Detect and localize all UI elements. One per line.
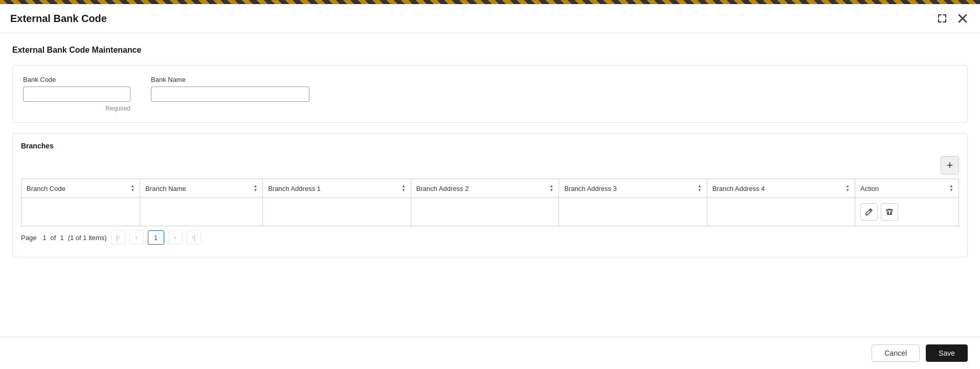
page-label: Page bbox=[21, 234, 36, 242]
bank-name-label: Bank Name bbox=[151, 76, 309, 83]
form-row: Bank Code Required Bank Name bbox=[23, 76, 957, 112]
add-branch-button[interactable]: + bbox=[941, 156, 959, 175]
expand-button[interactable] bbox=[935, 11, 949, 26]
sort-branch-address4-icon[interactable]: ▲▼ bbox=[845, 184, 850, 192]
col-branch-address4-label: Branch Address 4 bbox=[712, 185, 765, 192]
col-branch-address1-label: Branch Address 1 bbox=[268, 185, 321, 192]
next-page-button[interactable]: › bbox=[168, 230, 183, 245]
col-branch-address1: Branch Address 1 ▲▼ bbox=[263, 179, 411, 198]
close-button[interactable] bbox=[955, 11, 970, 26]
col-branch-name-label: Branch Name bbox=[145, 185, 186, 192]
first-page-button[interactable]: |‹ bbox=[111, 230, 125, 245]
last-page-button[interactable]: ›| bbox=[187, 230, 201, 245]
first-page-icon: |‹ bbox=[116, 234, 120, 241]
page-number-box: 1 bbox=[148, 230, 164, 245]
close-icon bbox=[958, 14, 967, 23]
prev-page-button[interactable]: ‹ bbox=[129, 230, 144, 245]
table-toolbar: + bbox=[21, 156, 959, 175]
title-bar: External Bank Code bbox=[0, 4, 980, 33]
cell-branch-code bbox=[21, 198, 140, 226]
branches-label: Branches bbox=[21, 142, 959, 150]
delete-icon bbox=[885, 208, 894, 216]
sort-branch-code-icon[interactable]: ▲▼ bbox=[130, 184, 135, 192]
sort-action-icon[interactable]: ▲▼ bbox=[949, 184, 953, 192]
col-branch-address3: Branch Address 3 ▲▼ bbox=[559, 179, 707, 198]
bank-code-label: Bank Code bbox=[23, 76, 130, 83]
col-branch-code: Branch Code ▲▼ bbox=[21, 179, 140, 198]
col-branch-name: Branch Name ▲▼ bbox=[140, 179, 263, 198]
action-buttons bbox=[860, 203, 953, 221]
bank-name-field: Bank Name bbox=[151, 76, 309, 102]
cell-branch-address2 bbox=[411, 198, 559, 226]
sort-branch-address1-icon[interactable]: ▲▼ bbox=[402, 184, 406, 192]
current-page: 1 bbox=[42, 234, 46, 242]
table-row bbox=[21, 198, 959, 226]
sort-branch-address3-icon[interactable]: ▲▼ bbox=[698, 184, 702, 192]
col-branch-address4: Branch Address 4 ▲▼ bbox=[707, 179, 855, 198]
table-header-row: Branch Code ▲▼ Branch Name ▲▼ bbox=[21, 179, 959, 198]
sort-branch-name-icon[interactable]: ▲▼ bbox=[253, 184, 257, 192]
cancel-button[interactable]: Cancel bbox=[872, 344, 920, 362]
modal-footer: Cancel Save bbox=[0, 337, 980, 369]
form-section: Bank Code Required Bank Name bbox=[12, 65, 968, 123]
cell-branch-name bbox=[140, 198, 263, 226]
col-action-label: Action bbox=[860, 185, 879, 192]
pagination: Page 1 of 1 (1 of 1 items) |‹ ‹ 1 › › bbox=[21, 226, 959, 249]
col-branch-code-label: Branch Code bbox=[27, 185, 65, 192]
items-info: (1 of 1 items) bbox=[68, 234, 107, 242]
col-branch-address2-label: Branch Address 2 bbox=[416, 185, 469, 192]
branches-section: Branches + Branch Code ▲▼ bbox=[12, 133, 968, 257]
total-pages: 1 bbox=[60, 234, 63, 242]
next-page-icon: › bbox=[174, 234, 176, 241]
modal-title: External Bank Code bbox=[10, 13, 107, 25]
page-number-display: 1 bbox=[154, 234, 158, 242]
bank-code-field: Bank Code Required bbox=[23, 76, 130, 112]
page-title: External Bank Code Maintenance bbox=[12, 46, 968, 55]
bank-code-input[interactable] bbox=[23, 86, 130, 102]
col-action: Action ▲▼ bbox=[855, 179, 959, 198]
cell-branch-address1 bbox=[263, 198, 411, 226]
bank-code-required: Required bbox=[23, 105, 130, 112]
col-branch-address2: Branch Address 2 ▲▼ bbox=[411, 179, 559, 198]
last-page-icon: ›| bbox=[192, 234, 195, 241]
cell-action bbox=[855, 198, 959, 226]
prev-page-icon: ‹ bbox=[136, 234, 138, 241]
save-button[interactable]: Save bbox=[926, 344, 968, 362]
cell-branch-address4 bbox=[707, 198, 855, 226]
col-branch-address3-label: Branch Address 3 bbox=[564, 185, 617, 192]
title-bar-actions bbox=[935, 11, 970, 26]
branches-table: Branch Code ▲▼ Branch Name ▲▼ bbox=[21, 179, 959, 226]
expand-icon bbox=[938, 14, 947, 23]
top-decorative-bar bbox=[0, 0, 980, 4]
modal-body: External Bank Code Maintenance Bank Code… bbox=[0, 33, 980, 337]
add-icon: + bbox=[947, 159, 953, 172]
edit-icon bbox=[865, 208, 873, 216]
bank-name-input[interactable] bbox=[151, 86, 309, 102]
cell-branch-address3 bbox=[559, 198, 707, 226]
delete-button[interactable] bbox=[881, 203, 898, 221]
sort-branch-address2-icon[interactable]: ▲▼ bbox=[549, 184, 553, 192]
of-label: of bbox=[51, 234, 56, 242]
edit-button[interactable] bbox=[860, 203, 878, 221]
